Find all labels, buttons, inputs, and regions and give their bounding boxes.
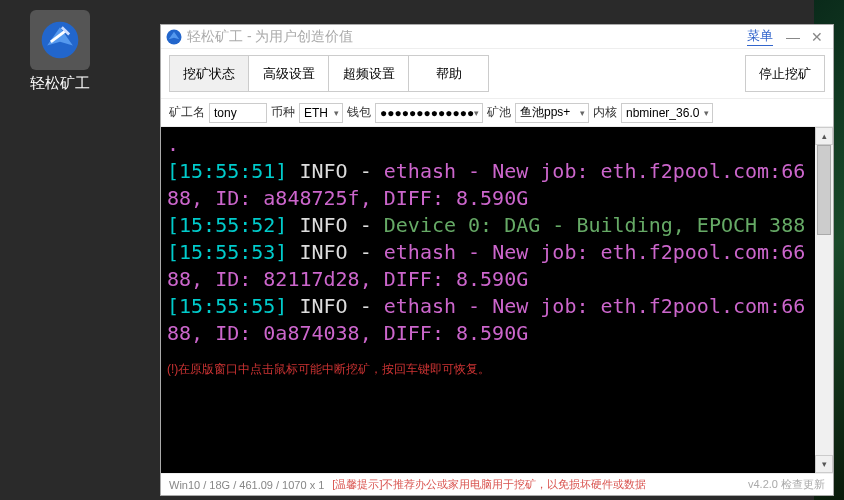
log-warning: (!)在原版窗口中点击鼠标可能中断挖矿，按回车键即可恢复。 <box>167 361 809 377</box>
log-timestamp: [15:55:53] <box>167 240 287 264</box>
titlebar: 轻松矿工 - 为用户创造价值 菜单 — ✕ <box>161 25 833 49</box>
tab-mining-status[interactable]: 挖矿状态 <box>169 55 249 92</box>
log-message: Device 0: DAG - Building, EPOCH 388 <box>384 213 805 237</box>
window-title: 轻松矿工 - 为用户创造价值 <box>187 28 747 46</box>
config-row: 矿工名 币种 ETH 钱包 ●●●●●●●●●●●●● 矿池 鱼池pps+ 内核… <box>161 99 833 127</box>
kernel-label: 内核 <box>593 104 617 121</box>
miner-name-label: 矿工名 <box>169 104 205 121</box>
desktop-shortcut[interactable]: 轻松矿工 <box>10 10 110 93</box>
scroll-track[interactable] <box>815 145 833 455</box>
scroll-up-button[interactable]: ▴ <box>815 127 833 145</box>
desktop-shortcut-label: 轻松矿工 <box>10 74 110 93</box>
log-timestamp: [15:55:55] <box>167 294 287 318</box>
close-button[interactable]: ✕ <box>805 29 829 45</box>
scroll-down-button[interactable]: ▾ <box>815 455 833 473</box>
scrollbar: ▴ ▾ <box>815 127 833 473</box>
status-hint: [温馨提示]不推荐办公或家用电脑用于挖矿，以免损坏硬件或数据 <box>332 477 646 492</box>
app-window: 轻松矿工 - 为用户创造价值 菜单 — ✕ 挖矿状态 高级设置 超频设置 帮助 … <box>160 24 834 496</box>
app-icon <box>30 10 90 70</box>
coin-select[interactable]: ETH <box>299 103 343 123</box>
wallet-label: 钱包 <box>347 104 371 121</box>
toolbar: 挖矿状态 高级设置 超频设置 帮助 停止挖矿 <box>161 49 833 99</box>
tab-advanced-settings[interactable]: 高级设置 <box>249 55 329 92</box>
scroll-thumb[interactable] <box>817 145 831 235</box>
coin-label: 币种 <box>271 104 295 121</box>
version-check-update[interactable]: v4.2.0 检查更新 <box>748 477 825 492</box>
tab-help[interactable]: 帮助 <box>409 55 489 92</box>
titlebar-app-icon <box>165 28 183 46</box>
kernel-select[interactable]: nbminer_36.0 <box>621 103 713 123</box>
menu-button[interactable]: 菜单 <box>747 27 773 46</box>
log-output[interactable]: . [15:55:51] INFO - ethash - New job: et… <box>161 127 815 473</box>
statusbar: Win10 / 18G / 461.09 / 1070 x 1 [温馨提示]不推… <box>161 473 833 495</box>
log-timestamp: [15:55:52] <box>167 213 287 237</box>
log-timestamp: [15:55:51] <box>167 159 287 183</box>
wallet-select[interactable]: ●●●●●●●●●●●●● <box>375 103 483 123</box>
miner-name-input[interactable] <box>209 103 267 123</box>
terminal-area: . [15:55:51] INFO - ethash - New job: et… <box>161 127 833 473</box>
stop-mining-button[interactable]: 停止挖矿 <box>745 55 825 92</box>
system-info: Win10 / 18G / 461.09 / 1070 x 1 <box>169 479 324 491</box>
tab-overclock-settings[interactable]: 超频设置 <box>329 55 409 92</box>
pool-label: 矿池 <box>487 104 511 121</box>
pool-select[interactable]: 鱼池pps+ <box>515 103 589 123</box>
minimize-button[interactable]: — <box>781 29 805 45</box>
